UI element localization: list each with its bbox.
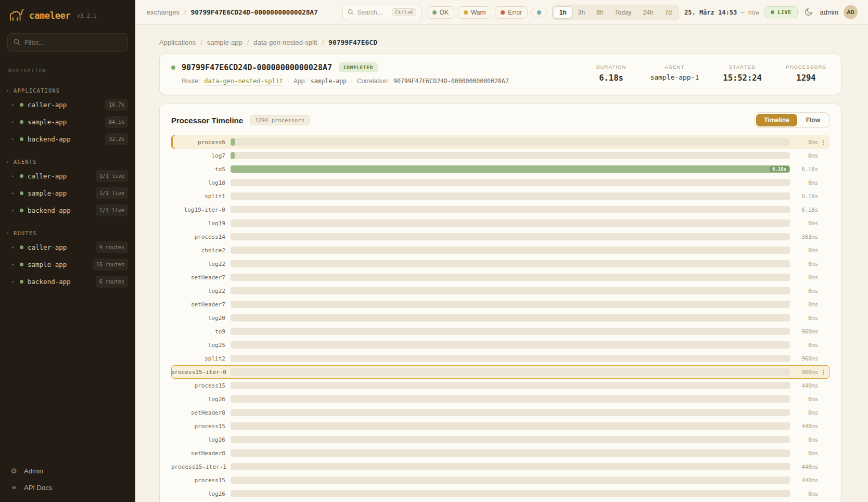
sidebar-item-caller-app[interactable]: ▸ caller-app 1/1 live bbox=[0, 168, 135, 185]
timeline-row-split2[interactable]: split2 960ms ⋮ bbox=[171, 352, 829, 365]
processor-name: process6 bbox=[171, 139, 231, 146]
timeline-row-setheader8[interactable]: setHeader8 0ms ⋮ bbox=[171, 446, 829, 460]
processor-timeline-card: Processor Timeline 1294 processors Timel… bbox=[159, 104, 841, 502]
timeline-row-setheader7[interactable]: setHeader7 0ms ⋮ bbox=[171, 298, 829, 311]
sidebar-footer-admin[interactable]: ⚙ Admin bbox=[8, 462, 127, 479]
timeline-row-log19[interactable]: log19 0ms ⋮ bbox=[171, 216, 829, 230]
status-color-dot bbox=[464, 10, 468, 15]
time-range-1h[interactable]: 1h bbox=[554, 6, 572, 19]
breadcrumb-exchanges[interactable]: exchanges bbox=[147, 8, 180, 16]
theme-toggle[interactable] bbox=[803, 6, 815, 19]
stat-value: 6.18s bbox=[596, 73, 627, 83]
timeline-row-process14[interactable]: process14 383ms ⋮ bbox=[171, 230, 829, 243]
sidebar-item-backend-app[interactable]: ▸ backend-app 32.2k bbox=[0, 131, 135, 148]
content-area: Applications/sample-app/data-gen-nested-… bbox=[135, 25, 868, 502]
caret-down-icon: ▾ bbox=[6, 160, 9, 164]
timeline-row-process15[interactable]: process15 440ms ⋮ bbox=[171, 419, 829, 433]
route-label: Route: bbox=[182, 78, 200, 85]
processor-duration: 6.18s bbox=[790, 166, 818, 172]
processor-name: setHeader7 bbox=[171, 274, 231, 281]
sidebar-item-caller-app[interactable]: ▸ caller-app 4 routes bbox=[0, 239, 135, 256]
processor-duration: 0ms bbox=[790, 409, 818, 416]
timeline-row-log26[interactable]: log26 0ms ⋮ bbox=[171, 392, 829, 406]
processor-name: log25 bbox=[171, 342, 231, 349]
timeline-track bbox=[231, 301, 790, 308]
status-color-dot bbox=[537, 10, 541, 15]
timeline-row-log7[interactable]: log7 0ms ⋮ bbox=[171, 149, 829, 162]
app-logo[interactable]: cameleer v3.2.1 bbox=[0, 0, 135, 30]
filter-chip-error[interactable]: Error bbox=[495, 6, 528, 19]
chevron-right-icon: ▸ bbox=[11, 100, 16, 110]
filter-chip-label: OK bbox=[440, 9, 449, 16]
app-name: cameleer bbox=[29, 10, 70, 21]
status-filters: OK Warn Error bbox=[427, 6, 547, 19]
sidebar-section-header[interactable]: ▾ ROUTES bbox=[0, 227, 135, 239]
sidebar-item-label: backend-app bbox=[28, 277, 71, 287]
sidebar-section-header[interactable]: ▾ AGENTS bbox=[0, 156, 135, 168]
timeline-track bbox=[231, 436, 790, 443]
timeline-row-process15-iter-1[interactable]: process15-iter-1 440ms ⋮ bbox=[171, 460, 829, 473]
status-dot bbox=[20, 103, 23, 107]
timeline-row-choice2[interactable]: choice2 0ms ⋮ bbox=[171, 243, 829, 257]
timeline-row-log26[interactable]: log26 0ms ⋮ bbox=[171, 487, 829, 500]
time-range-24h[interactable]: 24h bbox=[637, 6, 659, 19]
timeline-row-log25[interactable]: log25 0ms ⋮ bbox=[171, 338, 829, 352]
timeline-row-process15[interactable]: process15 440ms ⋮ bbox=[171, 379, 829, 392]
sidebar-item-badge: 16 routes bbox=[93, 259, 128, 271]
sidebar-item-backend-app[interactable]: ▸ backend-app 6 routes bbox=[0, 273, 135, 290]
sidebar-filter-input[interactable] bbox=[24, 39, 122, 46]
time-range-today[interactable]: Today bbox=[609, 6, 637, 19]
timeline-row-log22[interactable]: log22 0ms ⋮ bbox=[171, 257, 829, 271]
sidebar-section-header[interactable]: ▾ APPLICATIONS bbox=[0, 85, 135, 96]
breadcrumb-sample-app[interactable]: sample-app bbox=[207, 38, 242, 46]
filter-chip-dot[interactable] bbox=[531, 8, 547, 17]
timeline-row-to5[interactable]: to5 6.18s 6.18s ⋮ bbox=[171, 162, 829, 176]
breadcrumb-exchange-id: 90799F47E6CD24D-00000000000028A7 bbox=[191, 8, 318, 16]
timeline-row-process6[interactable]: process6 0ms ⋮ bbox=[171, 135, 829, 149]
filter-chip-ok[interactable]: OK bbox=[427, 6, 454, 19]
route-link[interactable]: data-gen-nested-split bbox=[204, 78, 283, 85]
breadcrumb-data-gen-nested-split[interactable]: data-gen-nested-split bbox=[253, 38, 317, 46]
row-menu-icon[interactable]: ⋮ bbox=[818, 368, 828, 376]
row-menu-icon[interactable]: ⋮ bbox=[818, 138, 828, 146]
processor-name: to9 bbox=[171, 328, 231, 335]
sidebar-item-sample-app[interactable]: ▸ sample-app 16 routes bbox=[0, 256, 135, 273]
global-search-input[interactable] bbox=[358, 9, 389, 16]
breadcrumb-applications[interactable]: Applications bbox=[159, 38, 196, 46]
time-range-7d[interactable]: 7d bbox=[659, 6, 678, 19]
view-timeline[interactable]: Timeline bbox=[756, 114, 797, 126]
avatar[interactable]: AD bbox=[844, 5, 858, 19]
processor-name: split1 bbox=[171, 193, 231, 200]
date-range[interactable]: 25. März 14:53 — now bbox=[684, 9, 759, 16]
global-search[interactable]: Ctrl+K bbox=[342, 5, 422, 20]
sidebar-footer-api-docs[interactable]: ≡ API Docs bbox=[8, 479, 127, 496]
timeline-row-setheader8[interactable]: setHeader8 0ms ⋮ bbox=[171, 406, 829, 419]
sidebar-filter[interactable] bbox=[7, 33, 128, 52]
timeline-row-process15[interactable]: process15 440ms ⋮ bbox=[171, 473, 829, 487]
header-breadcrumb: exchanges / 90799F47E6CD24D-000000000000… bbox=[147, 8, 318, 16]
timeline-row-split1[interactable]: split1 6.18s ⋮ bbox=[171, 189, 829, 203]
view-flow[interactable]: Flow bbox=[798, 114, 828, 126]
stat-label: STARTED bbox=[723, 64, 762, 70]
processor-duration: 0ms bbox=[790, 315, 818, 321]
timeline-row-log19-iter-0[interactable]: log19-iter-0 6.18s ⋮ bbox=[171, 203, 829, 216]
user-name: admin bbox=[820, 8, 838, 16]
timeline-row-setheader7[interactable]: setHeader7 0ms ⋮ bbox=[171, 271, 829, 284]
timeline-row-log20[interactable]: log20 0ms ⋮ bbox=[171, 311, 829, 325]
sidebar-item-sample-app[interactable]: ▸ sample-app 1/1 live bbox=[0, 185, 135, 202]
caret-down-icon: ▾ bbox=[6, 231, 9, 236]
navigation-label: NAVIGATION bbox=[0, 52, 135, 76]
timeline-row-log22[interactable]: log22 0ms ⋮ bbox=[171, 284, 829, 298]
timeline-row-to9[interactable]: to9 960ms ⋮ bbox=[171, 325, 829, 338]
sidebar-item-backend-app[interactable]: ▸ backend-app 1/1 live bbox=[0, 202, 135, 219]
timeline-row-process15-iter-0[interactable]: process15-iter-0 960ms ⋮ bbox=[171, 365, 829, 379]
sidebar-item-caller-app[interactable]: ▸ caller-app 10.7k bbox=[0, 96, 135, 113]
time-range-3h[interactable]: 3h bbox=[572, 6, 591, 19]
timeline-row-log26[interactable]: log26 0ms ⋮ bbox=[171, 433, 829, 446]
live-toggle[interactable]: LIVE bbox=[764, 6, 798, 18]
time-range-6h[interactable]: 6h bbox=[591, 6, 609, 19]
filter-chip-warn[interactable]: Warn bbox=[458, 6, 491, 19]
sidebar-item-sample-app[interactable]: ▸ sample-app 84.1k bbox=[0, 113, 135, 131]
view-switcher: TimelineFlow bbox=[755, 112, 829, 128]
timeline-row-log18[interactable]: log18 0ms ⋮ bbox=[171, 176, 829, 189]
